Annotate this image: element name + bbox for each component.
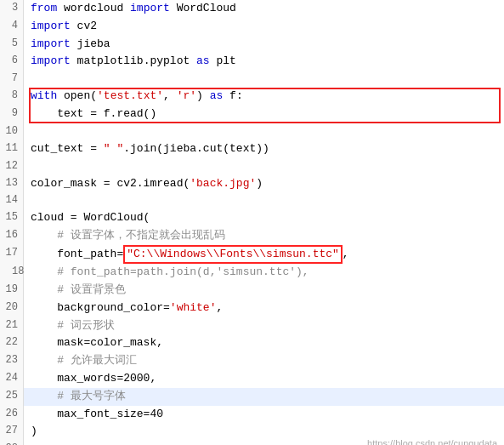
code-text: cut_text = [31,142,104,155]
code-text: color_mask = cv2.imread( [31,177,190,190]
line-number: 14 [0,192,24,209]
keyword: as [196,54,210,67]
code-text: cv2 [71,20,97,32]
code-text: background_color= [31,301,170,314]
line-number: ⊖3 [0,0,24,18]
line-number: 25 [0,388,24,406]
line-row: 10 [0,123,504,140]
line-content: color_mask = cv2.imread('back.jpg') [24,175,504,193]
line-content [24,71,504,88]
line-row: 4import cv2 [0,18,504,36]
line-number: 5 [0,36,24,54]
line-content: max_words=2000, [24,370,504,388]
line-row: 17 font_path="C:\\Windows\\Fonts\\simsun… [0,245,504,264]
line-row: 8with open('test.txt', 'r') as f: [0,88,504,106]
comment: # 词云形状 [31,319,115,332]
comment: # 设置背景色 [31,283,126,296]
line-number: 22 [0,334,24,352]
line-number: ⊖18 [0,264,24,282]
line-content: mask=color_mask, [24,334,504,352]
string-literal: 'white' [170,301,217,314]
line-row: 7 [0,71,504,88]
keyword: from [31,2,57,14]
line-number: 8 [0,88,24,106]
line-number: 20 [0,300,24,317]
code-text: ) [196,89,210,102]
string-literal: 'test.txt' [97,89,163,102]
line-number: 23 [0,352,24,370]
line-row: 11cut_text = " ".join(jieba.cut(text)) [0,140,504,158]
code-lines: ⊖3from wordcloud import WordCloud4import… [0,0,504,445]
line-content: max_font_size=40 [24,406,504,424]
code-text: f: [223,89,242,102]
line-content: # 允许最大词汇 [24,352,504,370]
line-content: text = f.read() [24,106,504,123]
comment: # 最大号字体 [31,390,126,402]
code-text: ) [31,425,37,437]
string-literal: 'back.jpg' [190,177,256,190]
keyword: import [31,37,71,50]
line-row: 21 # 词云形状 [0,317,504,335]
line-content: background_color='white', [24,300,504,317]
line-content [24,123,504,140]
line-row: ⊖18 # font_path=path.join(d,'simsun.ttc'… [0,264,504,282]
keyword: as [210,89,224,102]
line-row: 9 text = f.read() [0,106,504,123]
code-text: plt [210,54,236,67]
line-row: ⊖3from wordcloud import WordCloud [0,0,504,18]
line-number: 11 [0,140,24,158]
comment: # font_path=path.join(d,'simsun.ttc'), [31,265,309,278]
line-content: # font_path=path.join(d,'simsun.ttc'), [24,264,504,282]
code-text: WordCloud [170,2,236,14]
code-text: matplotlib.pyplot [71,54,196,67]
code-text: , [216,301,223,314]
code-text: max_words=2000, [31,372,156,385]
line-number: 6 [0,53,24,71]
line-content: # 词云形状 [24,317,504,335]
code-text: , [163,89,177,102]
line-number: 7 [0,71,24,88]
line-row: 15cloud = WordCloud( [0,209,504,227]
line-content [24,158,504,175]
line-number: 12 [0,158,24,175]
line-number: 27 [0,423,24,441]
code-text: .join(jieba.cut(text)) [123,142,269,155]
line-row: 24 max_words=2000, [0,370,504,388]
line-row: 25 # 最大号字体 [0,388,504,406]
code-text: text = f.read() [31,107,156,120]
keyword: import [130,2,170,14]
string-literal-highlighted: "C:\\Windows\\Fonts\\simsun.ttc" [123,245,343,264]
line-content: # 设置字体，不指定就会出现乱码 [24,227,504,245]
watermark: https://blog.csdn.net/cungudata [367,436,497,445]
keyword: import [31,54,71,67]
line-number: 13 [0,175,24,193]
line-row: 20 background_color='white', [0,300,504,317]
code-text: max_font_size=40 [31,408,163,420]
line-number: 16 [0,227,24,245]
line-content: with open('test.txt', 'r') as f: [24,88,504,106]
line-content: # 设置背景色 [24,282,504,300]
line-number: 15 [0,209,24,227]
line-number: 19 [0,282,24,300]
line-row: 16 # 设置字体，不指定就会出现乱码 [0,227,504,245]
code-text: cloud = WordCloud( [31,211,150,224]
keyword: import [31,20,71,32]
line-number: 24 [0,370,24,388]
code-text: jieba [71,37,110,50]
line-number: 10 [0,123,24,140]
line-row: 14 [0,192,504,209]
line-content: import jieba [24,36,504,54]
line-number: 9 [0,106,24,123]
keyword: with [31,89,57,102]
line-row: 13color_mask = cv2.imread('back.jpg') [0,175,504,193]
code-text: ) [256,177,263,190]
comment: # 设置字体，不指定就会出现乱码 [31,229,225,242]
code-text: open( [57,89,97,102]
code-text: , [343,248,349,260]
code-text: wordcloud [57,2,130,14]
line-row: 26 max_font_size=40 [0,406,504,424]
line-content: from wordcloud import WordCloud [24,0,504,18]
line-content: cloud = WordCloud( [24,209,504,227]
line-number: 17 [0,245,24,264]
string-literal: " " [104,142,123,155]
